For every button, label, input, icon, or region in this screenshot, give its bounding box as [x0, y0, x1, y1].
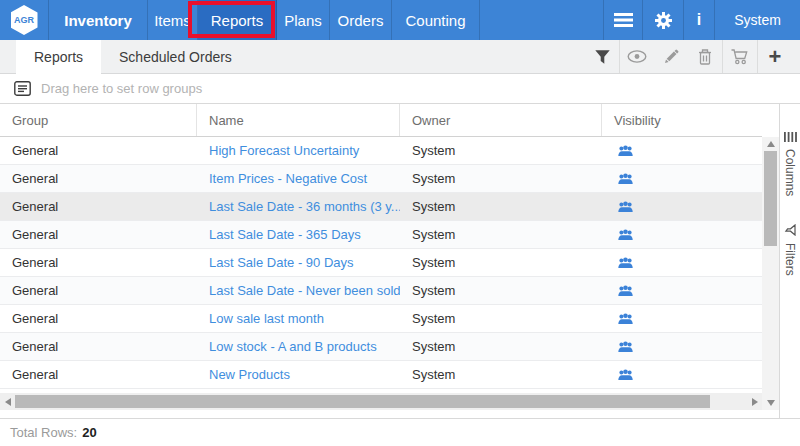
side-tab-filters[interactable]: Filters — [783, 224, 797, 276]
users-icon — [618, 173, 633, 185]
cell-group: General — [0, 333, 197, 360]
pencil-icon — [663, 49, 679, 65]
scroll-down-arrow[interactable] — [762, 396, 779, 410]
vertical-scrollbar-thumb[interactable] — [764, 151, 777, 246]
nav-item-items[interactable]: Items — [148, 0, 198, 40]
gear-icon — [655, 12, 672, 29]
tab-bar: Reports Scheduled Orders — [0, 40, 800, 74]
table-header: Group Name Owner Visibility — [0, 104, 762, 137]
delete-button[interactable] — [688, 40, 722, 73]
info-icon: i — [697, 11, 701, 29]
horizontal-scrollbar-thumb[interactable] — [15, 395, 710, 408]
table-row[interactable]: General Low sale last month System — [0, 305, 762, 333]
column-header-name[interactable]: Name — [197, 104, 400, 136]
cell-visibility — [602, 221, 762, 248]
cell-group: General — [0, 305, 197, 332]
column-header-group[interactable]: Group — [0, 104, 197, 136]
report-name-link[interactable]: Low sale last month — [197, 305, 400, 332]
cart-icon — [731, 49, 749, 65]
table-row[interactable]: General High Forecast Uncertainty System — [0, 137, 762, 165]
cell-owner: System — [400, 165, 602, 192]
scroll-up-arrow[interactable] — [762, 137, 779, 151]
column-header-visibility[interactable]: Visibility — [602, 104, 762, 136]
cell-visibility — [602, 193, 762, 220]
funnel-icon — [595, 50, 610, 64]
cell-owner: System — [400, 305, 602, 332]
users-icon — [618, 285, 633, 297]
cell-visibility — [602, 361, 762, 388]
status-bar: Total Rows: 20 — [0, 418, 800, 446]
scroll-left-arrow[interactable] — [0, 393, 15, 410]
agr-logo-hexagon: AGR — [11, 5, 38, 35]
nav-item-orders[interactable]: Orders — [330, 0, 392, 40]
cell-group: General — [0, 221, 197, 248]
eye-icon — [627, 50, 647, 63]
top-nav-bar: AGR Inventory Items Reports Plans Orders… — [0, 0, 800, 40]
nav-item-inventory[interactable]: Inventory — [49, 0, 148, 40]
side-tab-columns[interactable]: Columns — [783, 132, 797, 196]
hamburger-menu-icon — [614, 13, 633, 27]
report-name-link[interactable]: Last Sale Date - Never been sold — [197, 277, 400, 304]
table-row[interactable]: General New Products System — [0, 361, 762, 389]
user-menu-system[interactable]: System — [714, 0, 800, 40]
cell-group: General — [0, 277, 197, 304]
cell-group: General — [0, 137, 197, 164]
report-name-link[interactable]: High Forecast Uncertainty — [197, 137, 400, 164]
vertical-scrollbar[interactable] — [762, 137, 779, 410]
row-group-hint-text: Drag here to set row groups — [41, 81, 202, 96]
cell-owner: System — [400, 333, 602, 360]
cell-group: General — [0, 249, 197, 276]
nav-item-plans[interactable]: Plans — [277, 0, 330, 40]
users-icon — [618, 229, 633, 241]
table-row[interactable]: General Last Sale Date - 90 Days System — [0, 249, 762, 277]
report-name-link[interactable]: Low stock - A and B products — [197, 333, 400, 360]
app-logo: AGR — [0, 0, 49, 40]
cell-visibility — [602, 333, 762, 360]
table-row[interactable]: General Last Sale Date - 365 Days System — [0, 221, 762, 249]
table-row[interactable]: General Last Sale Date - 36 months (3 y.… — [0, 193, 762, 221]
users-icon — [618, 369, 633, 381]
info-button[interactable]: i — [683, 0, 714, 40]
side-tab-filters-label: Filters — [783, 243, 797, 276]
table-row[interactable]: General Last Sale Date - Never been sold… — [0, 277, 762, 305]
tab-reports[interactable]: Reports — [16, 40, 101, 74]
grid-toolbar: + — [585, 40, 800, 73]
filter-button[interactable] — [585, 40, 619, 73]
settings-button[interactable] — [642, 0, 683, 40]
tab-scheduled-orders[interactable]: Scheduled Orders — [101, 40, 250, 73]
cell-visibility — [602, 165, 762, 192]
report-name-link[interactable]: Last Sale Date - 36 months (3 y... — [197, 193, 400, 220]
report-name-link[interactable]: New Products — [197, 361, 400, 388]
table-row[interactable]: General Low stock - A and B products Sys… — [0, 333, 762, 361]
horizontal-scrollbar[interactable] — [0, 393, 762, 410]
column-header-owner[interactable]: Owner — [400, 104, 602, 136]
cell-owner: System — [400, 221, 602, 248]
row-group-drop-zone[interactable]: Drag here to set row groups — [0, 74, 800, 104]
nav-item-counting[interactable]: Counting — [392, 0, 480, 40]
menu-button[interactable] — [603, 0, 642, 40]
report-name-link[interactable]: Last Sale Date - 365 Days — [197, 221, 400, 248]
edit-button[interactable] — [654, 40, 688, 73]
side-tab-columns-label: Columns — [783, 149, 797, 196]
cell-group: General — [0, 361, 197, 388]
cell-owner: System — [400, 249, 602, 276]
plus-icon: + — [769, 46, 782, 68]
scroll-right-arrow[interactable] — [747, 393, 762, 410]
order-cart-button[interactable] — [723, 40, 757, 73]
cell-owner: System — [400, 277, 602, 304]
columns-icon — [784, 132, 797, 142]
table-row[interactable]: General Item Prices - Negative Cost Syst… — [0, 165, 762, 193]
cell-owner: System — [400, 137, 602, 164]
view-button[interactable] — [620, 40, 654, 73]
grid-side-panel: Columns Filters — [779, 104, 800, 418]
report-name-link[interactable]: Item Prices - Negative Cost — [197, 165, 400, 192]
add-report-button[interactable]: + — [758, 40, 792, 73]
users-icon — [618, 145, 633, 157]
report-name-link[interactable]: Last Sale Date - 90 Days — [197, 249, 400, 276]
users-icon — [618, 341, 633, 353]
nav-right-group: i System — [603, 0, 800, 40]
nav-item-reports[interactable]: Reports — [198, 0, 277, 40]
row-groups-icon — [14, 81, 31, 96]
table-body: General High Forecast Uncertainty System… — [0, 137, 762, 393]
cell-visibility — [602, 277, 762, 304]
